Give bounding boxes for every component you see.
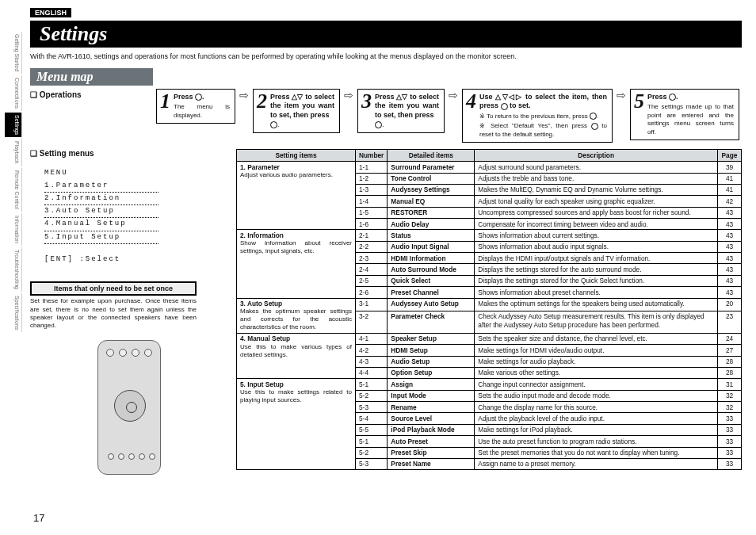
page-title: Settings xyxy=(30,21,742,48)
menu-icon xyxy=(669,94,676,101)
setting-item-cell: 3. Auto SetupMakes the optimum speaker s… xyxy=(237,298,356,333)
table-row: 3. Auto SetupMakes the optimum speaker s… xyxy=(237,298,742,311)
setting-item-cell: 1. ParameterAdjust various audio paramet… xyxy=(237,162,356,230)
arrow-icon: ⇨ xyxy=(448,89,459,101)
th-page: Page xyxy=(718,150,742,162)
side-tab-connections[interactable]: Connections xyxy=(5,75,22,111)
setting-item-cell: 5. Input SetupUse this to make settings … xyxy=(237,379,356,470)
side-tab-specifications[interactable]: Specifications xyxy=(5,293,22,332)
step-3: 3 Press △▽ to select the item you want t… xyxy=(357,89,445,134)
side-tab-information[interactable]: Information xyxy=(5,213,22,246)
side-tab-settings[interactable]: Settings xyxy=(5,113,22,137)
remote-illustration xyxy=(97,340,161,475)
th-detailed: Detailed items xyxy=(388,150,475,162)
enter-icon xyxy=(270,121,277,128)
enter-icon xyxy=(501,103,508,110)
once-heading: Items that only need to be set once xyxy=(30,281,197,296)
step-5: 5 Press . The settings made up to that p… xyxy=(630,89,739,140)
side-tab-troubleshooting[interactable]: Troubleshooting xyxy=(5,247,22,292)
enter-icon xyxy=(375,121,382,128)
th-setting-items: Setting items xyxy=(237,150,356,162)
once-text: Set these for example upon purchase. Onc… xyxy=(30,297,197,331)
setting-item-cell: 4. Manual SetupUse this to make various … xyxy=(237,333,356,378)
arrow-icon: ⇨ xyxy=(239,89,250,101)
return-icon xyxy=(590,113,597,120)
operations-label: ❏ Operations xyxy=(30,89,153,99)
table-row: 4. Manual SetupUse this to make various … xyxy=(237,333,742,344)
operation-steps-row: ❏ Operations 1 Press . The menu is displ… xyxy=(30,89,742,143)
step-2: 2 Press △▽ to select the item you want t… xyxy=(253,89,340,134)
table-row: 2. InformationShow information about rec… xyxy=(237,230,742,241)
enter-icon xyxy=(591,123,598,130)
step-4: 4 Use △▽◁▷ to select the item, then pres… xyxy=(462,89,613,143)
arrow-icon: ⇨ xyxy=(616,89,627,101)
setting-menus-label: ❏ Setting menus xyxy=(30,149,228,158)
side-tab-getting-started[interactable]: Getting Started xyxy=(5,32,22,74)
th-description: Description xyxy=(475,150,718,162)
settings-table: Setting items Number Detailed items Desc… xyxy=(236,149,742,470)
side-tab-playback[interactable]: Playback xyxy=(5,139,22,166)
table-row: 5. Input SetupUse this to make settings … xyxy=(237,379,742,390)
side-tab-remote-control[interactable]: Remote Control xyxy=(5,168,22,212)
step-1: 1 Press . The menu is displayed. xyxy=(156,89,235,124)
th-number: Number xyxy=(356,150,388,162)
intro-text: With the AVR-1610, settings and operatio… xyxy=(30,52,742,62)
arrow-icon: ⇨ xyxy=(343,89,354,101)
setting-item-cell: 2. InformationShow information about rec… xyxy=(237,230,356,298)
dpad-icon xyxy=(114,390,146,422)
page-number: 17 xyxy=(33,512,44,524)
menu-icon xyxy=(195,94,202,101)
menu-map-heading: Menu map xyxy=(30,68,153,86)
lcd-display: MENU 1.Parameter 2.Information 3.Auto Se… xyxy=(38,162,165,270)
table-row: 1. ParameterAdjust various audio paramet… xyxy=(237,162,742,173)
language-label: ENGLISH xyxy=(30,8,71,17)
